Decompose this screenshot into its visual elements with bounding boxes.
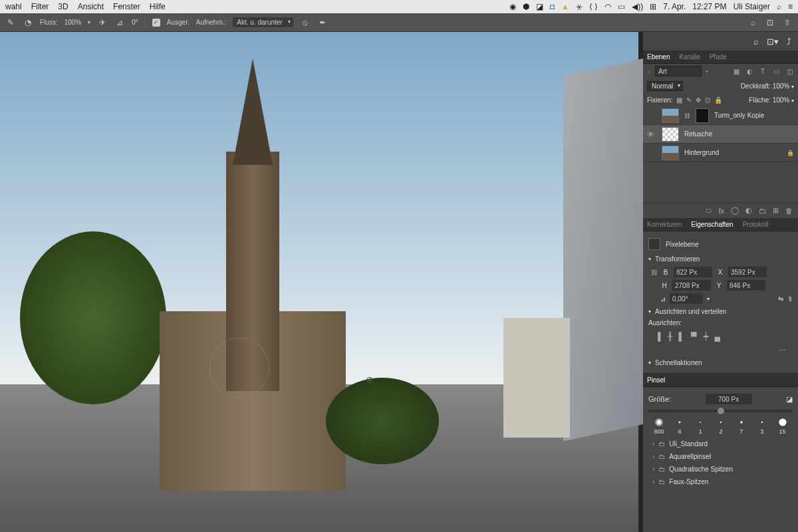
volume-icon[interactable]: ◀)) <box>632 2 643 11</box>
aligned-checkbox[interactable]: ✓ <box>152 19 160 27</box>
brush-size-slider[interactable] <box>648 410 793 412</box>
tab-channels[interactable]: Kanäle <box>679 53 700 61</box>
filter-shape-icon[interactable]: ▭ <box>771 68 781 75</box>
brush-size-input[interactable] <box>706 394 752 404</box>
tab-history[interactable]: Protokoll <box>743 221 769 228</box>
visibility-icon[interactable]: 👁 <box>647 130 656 138</box>
align-right-icon[interactable]: ▌ <box>679 332 685 341</box>
lock-all-icon[interactable]: 🔒 <box>714 96 722 104</box>
tab-properties[interactable]: Eigenschaften <box>691 221 733 228</box>
tab-paths[interactable]: Pfade <box>710 53 727 61</box>
link-wh-icon[interactable]: ⛓ <box>651 269 658 276</box>
brush-preset[interactable]: 1 <box>696 418 705 435</box>
tool-icon[interactable]: ✎ <box>5 17 16 28</box>
align-hcenter-icon[interactable]: ╂ <box>668 332 672 341</box>
search-icon[interactable]: ⌕ <box>747 17 758 28</box>
menu-icon[interactable]: ≡ <box>788 2 793 11</box>
brush-preset[interactable]: 6 <box>675 418 684 435</box>
layer-thumbnail[interactable] <box>662 108 679 123</box>
arrange-icon[interactable]: ⊡▾ <box>767 37 779 47</box>
link-layers-icon[interactable]: ⬭ <box>706 206 712 215</box>
frame-icon[interactable]: ⊡ <box>765 17 775 28</box>
x-input[interactable] <box>728 267 767 277</box>
fill-value[interactable]: 100% <box>773 96 790 104</box>
share-icon[interactable]: ⤴ <box>787 37 791 47</box>
brush-folder[interactable]: 🗀Aquarellpinsel <box>651 450 790 463</box>
lock-pos-icon[interactable]: ✥ <box>696 96 701 104</box>
link-icon[interactable]: ⛓ <box>684 112 690 119</box>
brush-folder[interactable]: 🗀Faux-Spitzen <box>651 475 790 488</box>
brush-preset[interactable]: 800 <box>654 418 664 435</box>
brush-preset[interactable]: 15 <box>778 418 787 435</box>
sample-dropdown[interactable]: Akt. u. darunter <box>233 17 293 27</box>
menubar-time[interactable]: 12:27 PM <box>692 2 726 11</box>
delete-icon[interactable]: 🗑 <box>785 207 793 215</box>
status-icon[interactable]: ◉ <box>509 2 516 11</box>
menu-item[interactable]: Hilfe <box>150 2 166 11</box>
layer-mask-thumbnail[interactable] <box>696 108 709 123</box>
menu-item[interactable]: Filter <box>31 2 49 11</box>
status-icon[interactable]: ◪ <box>536 2 543 11</box>
angle-value[interactable]: 0° <box>132 19 138 26</box>
more-icon[interactable]: ⋯ <box>779 346 786 354</box>
height-input[interactable] <box>672 280 711 291</box>
layer-filter-input[interactable] <box>655 66 702 76</box>
ignore-adj-icon[interactable]: ⦸ <box>300 17 311 28</box>
filter-smart-icon[interactable]: ◫ <box>785 68 794 75</box>
layer-thumbnail[interactable] <box>662 127 679 142</box>
mask-icon[interactable]: ◯ <box>731 206 739 215</box>
flip-h-icon[interactable]: ⇋ <box>778 295 783 303</box>
lock-trans-icon[interactable]: ▦ <box>676 96 682 104</box>
bluetooth-icon[interactable]: ⚹ <box>576 2 583 11</box>
y-input[interactable] <box>727 280 765 291</box>
align-top-icon[interactable]: ▀ <box>691 332 697 341</box>
tab-layers[interactable]: Ebenen <box>647 53 670 61</box>
code-icon[interactable]: ⟨ ⟩ <box>589 2 598 11</box>
document-canvas[interactable]: ⊕ <box>0 32 643 532</box>
menu-item[interactable]: 3D <box>58 2 68 11</box>
brush-folder[interactable]: 🗀Quadratische Spitzen <box>651 463 790 475</box>
menu-item[interactable]: Ansicht <box>78 2 104 11</box>
layer-thumbnail[interactable] <box>662 146 679 160</box>
display-icon[interactable]: ▭ <box>618 2 625 11</box>
opacity-value[interactable]: 100% <box>773 82 790 90</box>
airbrush-icon[interactable]: ✈ <box>97 17 108 28</box>
adjustment-icon[interactable]: ◐ <box>745 206 752 215</box>
warning-icon[interactable]: ▲ <box>561 2 569 11</box>
menubar-user[interactable]: Uli Staiger <box>733 2 770 11</box>
dropbox-icon[interactable]: ⬢ <box>523 2 529 11</box>
menu-item[interactable]: wahl <box>5 2 22 11</box>
chevron-down-icon[interactable]: ▾ <box>88 19 90 25</box>
align-bottom-icon[interactable]: ▄ <box>715 332 721 341</box>
align-vcenter-icon[interactable]: ┿ <box>704 332 708 341</box>
brush-preset[interactable]: 7 <box>737 418 746 435</box>
menu-item[interactable]: Fenster <box>113 2 140 11</box>
quick-actions-header[interactable]: Schnellaktionen <box>648 356 793 369</box>
input-icon[interactable]: ⊞ <box>650 2 656 11</box>
rotation-input[interactable] <box>670 293 703 304</box>
flip-v-icon[interactable]: ⥮ <box>787 295 793 303</box>
filter-image-icon[interactable]: ▦ <box>732 68 741 75</box>
brush-preset[interactable]: 2 <box>716 418 726 435</box>
brush-folder[interactable]: 🗀Uli_Standard <box>651 438 790 450</box>
menubar-date[interactable]: 7. Apr. <box>663 2 686 11</box>
layer-row[interactable]: ⛓ Turm_only Kopie <box>643 106 798 125</box>
blend-mode-dropdown[interactable]: Normal <box>647 81 683 91</box>
align-left-icon[interactable]: ▐ <box>655 332 661 341</box>
wifi-icon[interactable]: ◠ <box>604 2 611 11</box>
new-layer-icon[interactable]: ⊞ <box>773 206 779 215</box>
spotlight-icon[interactable]: ⌕ <box>777 2 781 11</box>
share-icon[interactable]: ⇧ <box>782 17 793 28</box>
pressure-icon[interactable]: ✒ <box>317 17 328 28</box>
transform-header[interactable]: Transformieren <box>648 253 793 265</box>
lock-pixels-icon[interactable]: ✎ <box>686 96 692 104</box>
group-icon[interactable]: 🗀 <box>759 207 766 215</box>
brush-preset[interactable]: 3 <box>757 418 767 435</box>
align-header[interactable]: Ausrichten und verteilen <box>648 305 793 318</box>
flow-value[interactable]: 100% <box>65 19 82 26</box>
fx-icon[interactable]: fx <box>718 207 724 215</box>
lock-artboard-icon[interactable]: ⊡ <box>705 96 710 104</box>
filter-adj-icon[interactable]: ◐ <box>745 68 754 75</box>
filter-type-icon[interactable]: T <box>758 68 767 75</box>
brush-toggle-icon[interactable]: ◪ <box>786 395 793 404</box>
